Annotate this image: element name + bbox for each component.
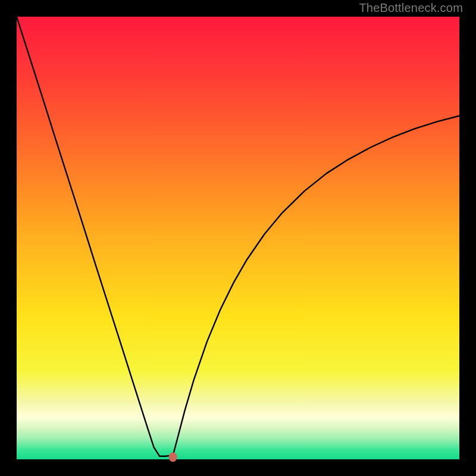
minimum-marker xyxy=(169,452,177,462)
chart-frame: TheBottleneck.com xyxy=(0,0,476,476)
gradient-plot-area xyxy=(17,17,459,459)
watermark-text: TheBottleneck.com xyxy=(359,1,463,15)
bottleneck-chart xyxy=(0,0,476,476)
